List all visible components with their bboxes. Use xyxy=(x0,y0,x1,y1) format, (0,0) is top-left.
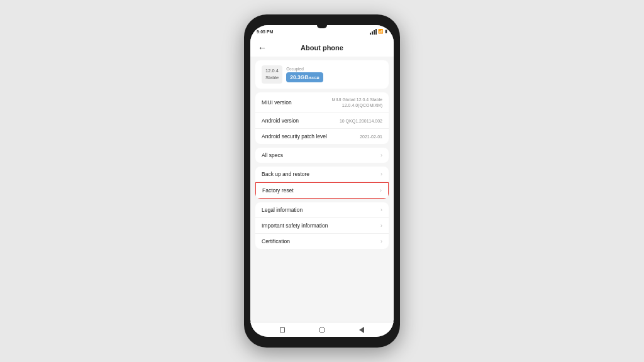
miui-version-item[interactable]: MIUI version MIUI Global 12.0.4 Stable 1… xyxy=(255,92,389,113)
certification-item[interactable]: Certification › xyxy=(255,234,389,249)
security-patch-item[interactable]: Android security patch level 2021-02-01 xyxy=(255,129,389,144)
wifi-icon: 📶 xyxy=(378,29,384,34)
factory-reset-label: Factory reset xyxy=(262,187,294,194)
specs-section: All specs › xyxy=(255,148,389,163)
specs-chevron-icon: › xyxy=(380,152,382,158)
home-icon xyxy=(319,327,325,333)
back-nav-button[interactable] xyxy=(358,326,365,334)
version-line2: Stable xyxy=(265,75,279,82)
battery-icon: ▮ xyxy=(385,29,387,34)
phone-screen: 9:05 PM 📶 ▮ ← About phone xyxy=(250,25,394,337)
safety-info-label: Important safety information xyxy=(262,222,328,229)
occupied-label: Occupied xyxy=(286,67,382,71)
backup-item[interactable]: Back up and restore › xyxy=(255,167,389,182)
legal-info-item[interactable]: Legal information › xyxy=(255,202,389,218)
safety-info-item[interactable]: Important safety information › xyxy=(255,218,389,234)
miui-version-label: MIUI version xyxy=(262,99,292,106)
actions-section: Back up and restore › Factory reset › xyxy=(255,167,389,199)
factory-reset-item[interactable]: Factory reset › xyxy=(255,182,389,199)
signal-icon xyxy=(370,29,377,35)
android-version-label: Android version xyxy=(262,118,299,124)
version-badge: 12.0.4 Stable xyxy=(262,65,282,84)
backup-label: Back up and restore xyxy=(262,171,309,177)
top-bar: ← About phone xyxy=(250,38,394,57)
back-button[interactable]: ← xyxy=(258,43,267,53)
miui-version-value: MIUI Global 12.0.4 Stable 12.0.4.0(QCOMI… xyxy=(307,97,382,108)
storage-section: 12.0.4 Stable Occupied 20.3GB/64GB xyxy=(255,60,389,89)
home-button[interactable] xyxy=(318,326,326,334)
android-version-value: 10 QKQ1.200114.002 xyxy=(340,118,382,124)
factory-reset-chevron-icon: › xyxy=(380,187,382,194)
certification-label: Certification xyxy=(262,238,290,244)
storage-value-row: 20.3GB/64GB xyxy=(286,72,382,82)
all-specs-label: All specs xyxy=(262,152,283,158)
screen-content: ← About phone 12.0.4 Stable Occupied 20.… xyxy=(250,38,394,322)
info-section: MIUI version MIUI Global 12.0.4 Stable 1… xyxy=(255,92,389,144)
security-patch-value: 2021-02-01 xyxy=(360,134,382,140)
security-patch-label: Android security patch level xyxy=(262,133,327,140)
status-icons: 📶 ▮ xyxy=(370,29,387,35)
storage-used: 20.3GB xyxy=(290,74,308,80)
legal-info-label: Legal information xyxy=(262,207,303,213)
back-icon xyxy=(359,327,364,333)
storage-highlight: 20.3GB/64GB xyxy=(286,72,323,82)
safety-info-chevron-icon: › xyxy=(380,222,382,229)
recent-icon xyxy=(280,327,285,332)
all-specs-item[interactable]: All specs › xyxy=(255,148,389,163)
android-version-item[interactable]: Android version 10 QKQ1.200114.002 xyxy=(255,113,389,129)
version-line1: 12.0.4 xyxy=(265,68,279,75)
status-time: 9:05 PM xyxy=(257,30,273,34)
certification-chevron-icon: › xyxy=(380,238,382,244)
phone-device: 9:05 PM 📶 ▮ ← About phone xyxy=(244,14,400,348)
bottom-nav xyxy=(250,322,394,337)
storage-total: /64GB xyxy=(309,76,319,80)
legal-info-chevron-icon: › xyxy=(380,207,382,213)
backup-chevron-icon: › xyxy=(380,171,382,177)
notch xyxy=(317,25,327,28)
storage-bar: Occupied 20.3GB/64GB xyxy=(286,67,382,82)
page-title: About phone xyxy=(301,44,343,52)
legal-section: Legal information › Important safety inf… xyxy=(255,202,389,249)
recent-apps-button[interactable] xyxy=(279,326,286,334)
